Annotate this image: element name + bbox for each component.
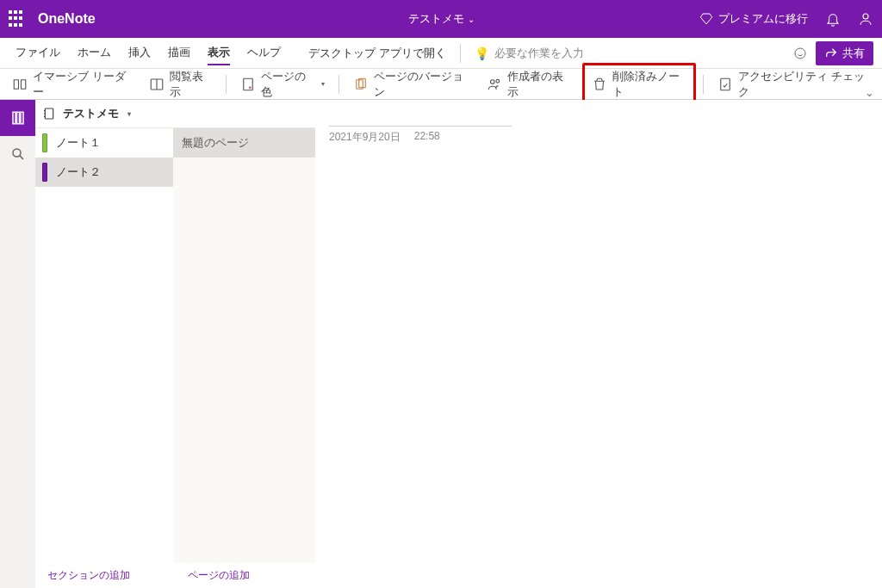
- svg-point-9: [496, 79, 500, 83]
- reading-view-button[interactable]: 閲覧表示: [142, 65, 219, 103]
- tab-file[interactable]: ファイル: [16, 41, 60, 65]
- navigation-icon: [10, 110, 26, 126]
- svg-rect-10: [721, 78, 730, 90]
- notebook-title: テストメモ: [408, 11, 464, 27]
- premium-button[interactable]: プレミアムに移行: [699, 11, 808, 27]
- accessibility-icon: [717, 77, 733, 92]
- page-item[interactable]: 無題のページ: [173, 128, 315, 158]
- navigation-column: テストメモ ▾ ノート１ ノート２ 無題のページ セクションの追加: [35, 100, 315, 588]
- feedback-icon[interactable]: [793, 46, 807, 61]
- page-color-icon: [240, 77, 256, 92]
- svg-line-15: [19, 156, 22, 159]
- lightbulb-icon: 💡: [475, 46, 489, 60]
- separator: [460, 44, 461, 63]
- notebook-lists: ノート１ ノート２ 無題のページ: [35, 128, 315, 563]
- search-icon: [10, 146, 26, 162]
- ribbon-extras: デスクトップ アプリで開く 💡 必要な作業を入力: [308, 44, 584, 63]
- svg-point-5: [249, 86, 252, 89]
- title-bar-right: プレミアムに移行: [699, 11, 873, 27]
- immersive-reader-button[interactable]: イマーシブ リーダー: [5, 65, 139, 103]
- svg-rect-16: [45, 108, 53, 119]
- user-icon[interactable]: [858, 11, 873, 27]
- page-label: 無題のページ: [182, 135, 249, 151]
- ribbon-far-right: 共有: [793, 41, 873, 65]
- title-bar: OneNote テストメモ ⌄ プレミアムに移行: [0, 0, 882, 38]
- share-label: 共有: [842, 46, 865, 61]
- trash-icon: [592, 77, 607, 92]
- nav-search-button[interactable]: [0, 136, 35, 172]
- diamond-icon: [699, 12, 713, 26]
- show-authors-label: 作成者の表示: [507, 69, 571, 100]
- separator: [339, 75, 339, 94]
- page-time: 22:58: [414, 130, 440, 145]
- authors-icon: [487, 77, 502, 92]
- section-color-tab: [42, 133, 47, 152]
- section-item[interactable]: ノート１: [35, 128, 173, 158]
- section-label: ノート１: [56, 135, 101, 151]
- app-name: OneNote: [38, 11, 96, 27]
- page-versions-button[interactable]: ページのバージョン: [346, 65, 477, 103]
- svg-rect-4: [244, 78, 253, 90]
- ribbon-tabs: ファイル ホーム 挿入 描画 表示 ヘルプ: [9, 41, 281, 65]
- chevron-down-icon: ⌄: [468, 15, 475, 24]
- page-color-button[interactable]: ページの色 ▾: [233, 65, 331, 103]
- chevron-down-icon: ▾: [127, 110, 131, 118]
- page-versions-label: ページのバージョン: [374, 69, 470, 100]
- ribbon-commands: イマーシブ リーダー 閲覧表示 ページの色 ▾ ページのバージョン 作成者の表示…: [0, 69, 882, 100]
- section-item[interactable]: ノート２: [35, 158, 173, 187]
- left-rail: [0, 100, 35, 588]
- tab-help[interactable]: ヘルプ: [247, 41, 281, 65]
- show-authors-button[interactable]: 作成者の表示: [480, 65, 578, 103]
- page-canvas[interactable]: 2021年9月20日 22:58: [315, 100, 882, 588]
- nav-footer: セクションの追加 ページの追加: [35, 563, 315, 588]
- tab-home[interactable]: ホーム: [78, 41, 111, 65]
- pages-list: 無題のページ: [173, 128, 315, 563]
- chevron-down-icon: ▾: [321, 80, 325, 88]
- body-area: テストメモ ▾ ノート１ ノート２ 無題のページ セクションの追加: [0, 100, 882, 588]
- immersive-reader-icon: [12, 77, 28, 92]
- svg-point-14: [13, 149, 21, 157]
- app-launcher-icon[interactable]: [9, 10, 26, 28]
- immersive-reader-label: イマーシブ リーダー: [33, 69, 132, 100]
- tab-insert[interactable]: 挿入: [128, 41, 151, 65]
- tab-draw[interactable]: 描画: [168, 41, 190, 65]
- accessibility-label: アクセシビリティ チェック: [738, 69, 870, 100]
- reading-view-label: 閲覧表示: [170, 69, 212, 100]
- notebook-icon: [42, 107, 56, 121]
- tab-view[interactable]: 表示: [208, 41, 230, 65]
- premium-label: プレミアムに移行: [718, 11, 808, 27]
- svg-rect-12: [16, 112, 19, 124]
- section-label: ノート２: [56, 164, 101, 180]
- share-icon: [824, 46, 838, 60]
- deleted-notes-button[interactable]: 削除済みノート: [582, 63, 697, 106]
- svg-point-1: [795, 48, 805, 59]
- page-versions-icon: [353, 77, 369, 92]
- open-in-desktop-button[interactable]: デスクトップ アプリで開く: [308, 46, 446, 61]
- section-color-tab: [42, 163, 47, 182]
- notebook-header-label: テストメモ: [63, 106, 119, 121]
- share-button[interactable]: 共有: [816, 41, 873, 65]
- bell-icon[interactable]: [825, 11, 841, 27]
- notebook-header-dropdown[interactable]: テストメモ ▾: [35, 100, 315, 128]
- tell-me-placeholder: 必要な作業を入力: [494, 46, 584, 61]
- page-date-row: 2021年9月20日 22:58: [329, 126, 512, 145]
- page-date: 2021年9月20日: [329, 130, 401, 145]
- deleted-notes-label: 削除済みノート: [612, 69, 687, 100]
- add-page-button[interactable]: ページの追加: [176, 568, 316, 583]
- svg-rect-13: [21, 112, 23, 124]
- svg-point-8: [491, 79, 495, 84]
- tell-me-search[interactable]: 💡 必要な作業を入力: [475, 46, 584, 61]
- sections-list: ノート１ ノート２: [35, 128, 173, 563]
- ribbon-expand-icon[interactable]: ⌄: [861, 87, 877, 99]
- svg-rect-11: [13, 112, 16, 124]
- nav-notebooks-button[interactable]: [0, 100, 35, 136]
- add-section-button[interactable]: セクションの追加: [35, 568, 176, 583]
- reading-view-icon: [149, 77, 165, 92]
- ribbon-tabs-row: ファイル ホーム 挿入 描画 表示 ヘルプ デスクトップ アプリで開く 💡 必要…: [0, 38, 882, 69]
- notebook-title-dropdown[interactable]: テストメモ ⌄: [408, 11, 475, 27]
- separator: [226, 75, 227, 94]
- svg-point-0: [863, 14, 868, 19]
- accessibility-button[interactable]: アクセシビリティ チェック: [711, 65, 877, 103]
- separator: [703, 75, 704, 94]
- page-color-label: ページの色: [261, 69, 314, 100]
